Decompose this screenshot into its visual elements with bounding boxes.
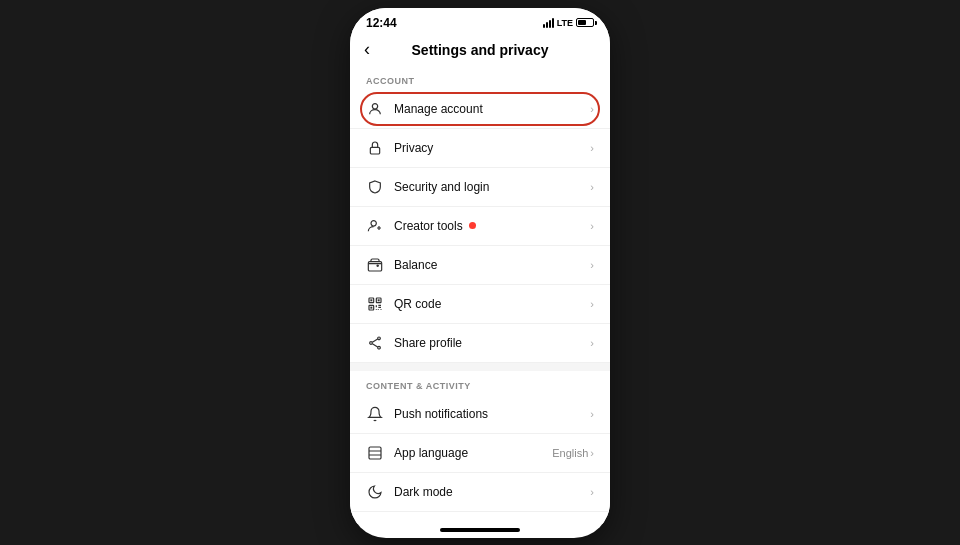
svg-point-0	[372, 103, 377, 108]
chevron-icon: ›	[590, 486, 594, 498]
svg-rect-23	[369, 447, 381, 459]
wallet-icon	[366, 256, 384, 274]
menu-item-balance[interactable]: Balance ›	[350, 246, 610, 285]
menu-item-qr-code[interactable]: QR code ›	[350, 285, 610, 324]
page-title: Settings and privacy	[412, 42, 549, 58]
menu-text-balance: Balance	[394, 258, 590, 272]
chevron-icon: ›	[590, 142, 594, 154]
notification-badge	[469, 222, 476, 229]
menu-item-dark-mode[interactable]: Dark mode ›	[350, 473, 610, 512]
svg-point-20	[378, 346, 381, 349]
menu-text-qr: QR code	[394, 297, 590, 311]
content-area: ACCOUNT Manage account › Privacy ›	[350, 66, 610, 524]
lte-icon: LTE	[557, 18, 573, 28]
menu-item-share-profile[interactable]: Share profile ›	[350, 324, 610, 363]
shield-icon	[366, 178, 384, 196]
menu-text-creator: Creator tools	[394, 219, 590, 233]
status-icons: LTE	[543, 18, 594, 28]
menu-item-push-notifications[interactable]: Push notifications ›	[350, 395, 610, 434]
chevron-icon: ›	[590, 103, 594, 115]
signal-icon	[543, 18, 554, 28]
moon-icon	[366, 483, 384, 501]
menu-text-security: Security and login	[394, 180, 590, 194]
menu-text-language: App language	[394, 446, 552, 460]
menu-text-dark-mode: Dark mode	[394, 485, 590, 499]
menu-text-share: Share profile	[394, 336, 590, 350]
qr-icon	[366, 295, 384, 313]
status-bar: 12:44 LTE	[350, 8, 610, 34]
chevron-icon: ›	[590, 259, 594, 271]
menu-text-manage-account: Manage account	[394, 102, 590, 116]
bell-icon	[366, 405, 384, 423]
header: ‹ Settings and privacy	[350, 34, 610, 66]
svg-point-18	[378, 337, 381, 340]
person-icon	[366, 100, 384, 118]
section-label-account: ACCOUNT	[350, 66, 610, 90]
chevron-icon: ›	[590, 447, 594, 459]
home-indicator	[440, 528, 520, 532]
svg-rect-1	[370, 147, 379, 154]
video-icon	[366, 522, 384, 524]
chevron-icon: ›	[590, 220, 594, 232]
svg-point-2	[371, 220, 376, 225]
menu-text-notifications: Push notifications	[394, 407, 590, 421]
svg-line-21	[372, 339, 377, 342]
chevron-icon: ›	[590, 337, 594, 349]
chevron-icon: ›	[590, 298, 594, 310]
battery-icon	[576, 18, 594, 27]
menu-text-privacy: Privacy	[394, 141, 590, 155]
language-value: English	[552, 447, 588, 459]
globe-icon	[366, 444, 384, 462]
svg-rect-11	[370, 306, 372, 308]
status-time: 12:44	[366, 16, 397, 30]
svg-rect-10	[378, 299, 380, 301]
share-icon	[366, 334, 384, 352]
svg-line-22	[372, 343, 377, 346]
section-label-content: CONTENT & ACTIVITY	[350, 371, 610, 395]
menu-item-security-login[interactable]: Security and login ›	[350, 168, 610, 207]
svg-point-19	[370, 341, 373, 344]
svg-rect-5	[368, 261, 381, 270]
menu-item-content-prefs[interactable]: Content preferences ›	[350, 512, 610, 524]
back-button[interactable]: ‹	[364, 39, 370, 60]
menu-item-privacy[interactable]: Privacy ›	[350, 129, 610, 168]
chevron-icon: ›	[590, 181, 594, 193]
chevron-icon: ›	[590, 408, 594, 420]
section-divider	[350, 363, 610, 371]
svg-rect-9	[370, 299, 372, 301]
person-plus-icon	[366, 217, 384, 235]
phone-frame: 12:44 LTE ‹ Settings and privacy ACCOUNT	[350, 8, 610, 538]
menu-item-creator-tools[interactable]: Creator tools ›	[350, 207, 610, 246]
lock-icon	[366, 139, 384, 157]
menu-item-manage-account[interactable]: Manage account ›	[350, 90, 610, 129]
menu-item-app-language[interactable]: App language English ›	[350, 434, 610, 473]
